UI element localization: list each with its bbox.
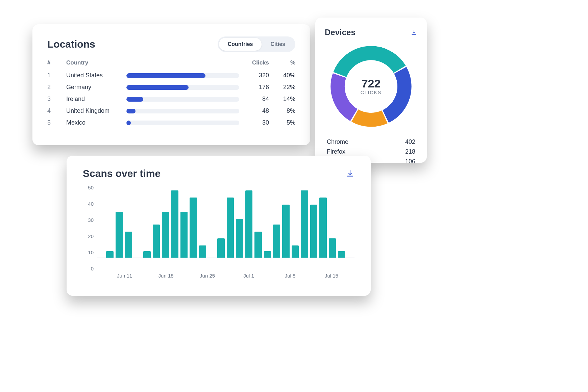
device-value: 218 [405,148,415,155]
row-pct: 5% [272,119,295,126]
y-tick: 40 [88,201,94,207]
bar [190,198,197,258]
x-label: Jul 15 [325,273,338,279]
device-name: Firefox [327,148,345,155]
row-country: Ireland [66,96,124,103]
list-item: Firefox218 [325,147,417,157]
scans-title: Scans over time [83,168,161,179]
col-clicks: Clicks [242,59,269,66]
row-bar [126,85,239,90]
row-clicks: 30 [242,119,269,126]
col-index: # [47,59,64,66]
scans-chart: 50403020100 Jun 11Jun 18Jun 25Jul 1Jul 8… [83,187,354,279]
row-country: United Kingdom [66,107,124,114]
tab-cities[interactable]: Cities [262,38,294,51]
bar [116,212,123,258]
row-bar [126,97,239,102]
donut-total-value: 722 [362,78,381,89]
list-item: Chrome402 [325,137,417,147]
bar [292,245,299,258]
x-axis: Jun 11Jun 18Jun 25Jul 1Jul 8Jul 15 [97,270,354,279]
devices-donut: 722 CLICKS [327,43,415,130]
bar [227,198,234,258]
locations-tab-group: Countries Cities [218,36,295,52]
scans-header: Scans over time [83,168,354,179]
bar [301,190,308,258]
row-pct: 40% [272,72,295,79]
bar [143,251,150,258]
row-country: United States [66,72,124,79]
x-label: Jun 11 [117,273,132,279]
baseline [97,258,354,258]
y-tick: 10 [88,250,94,255]
x-label: Jul 8 [285,273,296,279]
table-row: 4United Kingdom488% [47,105,295,117]
row-index: 1 [47,72,64,79]
table-row: 3Ireland8414% [47,93,295,105]
bar [273,225,280,258]
bar [125,232,132,258]
col-country: Country [66,59,124,66]
download-icon[interactable] [346,169,354,178]
row-index: 2 [47,84,64,91]
bar [162,212,169,258]
locations-card: Locations Countries Cities # Country Cli… [32,24,310,145]
table-row: 2Germany17622% [47,81,295,93]
bar [282,205,289,258]
bar [310,205,317,258]
donut-center: 722 CLICKS [327,43,415,130]
row-country: Germany [66,84,124,91]
x-label: Jun 18 [158,273,174,279]
row-pct: 14% [272,96,295,103]
row-bar [126,73,239,78]
y-axis: 50403020100 [83,187,94,268]
device-name: Chrome [327,138,348,146]
donut-total-label: CLICKS [361,90,382,95]
bar [171,190,178,258]
row-index: 3 [47,96,64,103]
bar [264,251,271,258]
device-value: 402 [405,138,415,146]
col-pct: % [272,59,295,66]
y-tick: 50 [88,185,94,190]
row-pct: 8% [272,107,295,114]
row-country: Mexico [66,119,124,126]
row-bar [126,121,239,125]
device-value: 106 [405,158,415,163]
devices-title: Devices [325,28,356,37]
devices-header: Devices [325,28,417,37]
row-index: 5 [47,119,64,126]
row-clicks: 84 [242,96,269,103]
row-pct: 22% [272,84,295,91]
bars [97,188,354,258]
bar [329,238,336,258]
row-index: 4 [47,107,64,114]
locations-title: Locations [47,38,95,50]
bar [254,232,262,258]
locations-header: Locations Countries Cities [47,36,295,52]
row-bar [126,109,239,113]
bar [180,212,188,258]
bar [236,219,243,258]
bar [153,225,160,258]
bar [319,198,326,258]
x-label: Jul 1 [243,273,254,279]
x-label: Jun 25 [200,273,215,279]
row-clicks: 320 [242,72,269,79]
bar [338,251,345,258]
bar [106,251,113,258]
tab-countries[interactable]: Countries [219,38,262,51]
y-tick: 0 [91,266,94,271]
locations-table-header: # Country Clicks % [47,59,295,66]
table-row: 1United States32040% [47,70,295,81]
locations-rows: 1United States32040%2Germany17622%3Irela… [47,70,295,129]
download-icon[interactable] [411,29,417,36]
scans-card: Scans over time 50403020100 Jun 11Jun 18… [67,156,371,296]
y-tick: 20 [88,233,94,239]
plot-area [97,187,354,258]
table-row: 5Mexico305% [47,117,295,129]
bar [245,190,252,258]
bar [217,238,224,258]
row-clicks: 48 [242,107,269,114]
bar [199,245,206,258]
